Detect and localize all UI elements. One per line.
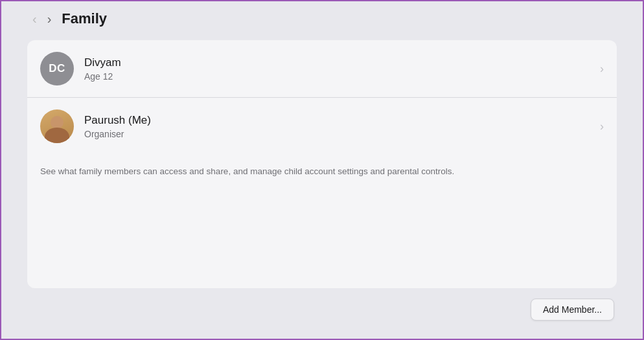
chevron-left-icon: ‹ [32,12,37,25]
member-row-divyam[interactable]: DC Divyam Age 12 › [27,40,617,97]
member-name-paurush: Paurush (Me) [84,114,595,127]
chevron-right-icon: › [47,12,52,25]
member-info-paurush: Paurush (Me) Organiser [84,114,595,139]
avatar-paurush [40,109,74,143]
page-title: Family [62,10,107,27]
window: ‹ › Family DC Divyam Age 12 › [1,0,643,340]
chevron-right-icon-paurush: › [600,120,604,133]
member-list: DC Divyam Age 12 › Paurush (Me) Organise… [27,40,617,155]
family-description: See what family members can access and s… [27,155,617,191]
member-name-divyam: Divyam [84,56,595,69]
member-row-paurush[interactable]: Paurush (Me) Organiser › [27,97,617,155]
forward-button[interactable]: › [45,11,54,27]
footer: Add Member... [27,299,617,321]
member-info-divyam: Divyam Age 12 [84,56,595,82]
back-button[interactable]: ‹ [30,11,40,27]
add-member-button[interactable]: Add Member... [531,299,614,321]
chevron-right-icon-divyam: › [600,62,604,76]
member-sub-divyam: Age 12 [84,71,595,82]
avatar-divyam: DC [40,52,74,85]
header: ‹ › Family [27,10,617,27]
avatar-photo-paurush [40,109,74,143]
content-card: DC Divyam Age 12 › Paurush (Me) Organise… [27,40,617,288]
member-sub-paurush: Organiser [84,129,595,139]
avatar-initials-divyam: DC [40,52,74,85]
